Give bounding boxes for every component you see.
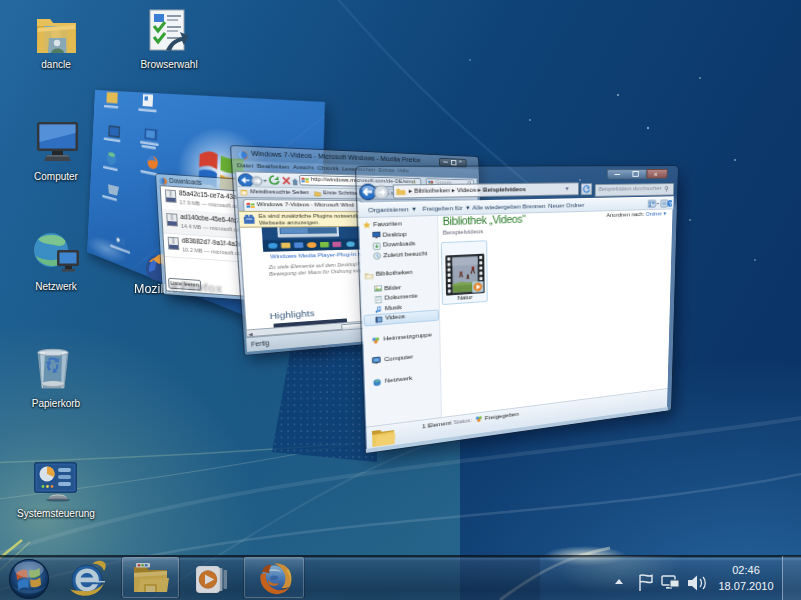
svg-text:?: ? [669,200,672,207]
